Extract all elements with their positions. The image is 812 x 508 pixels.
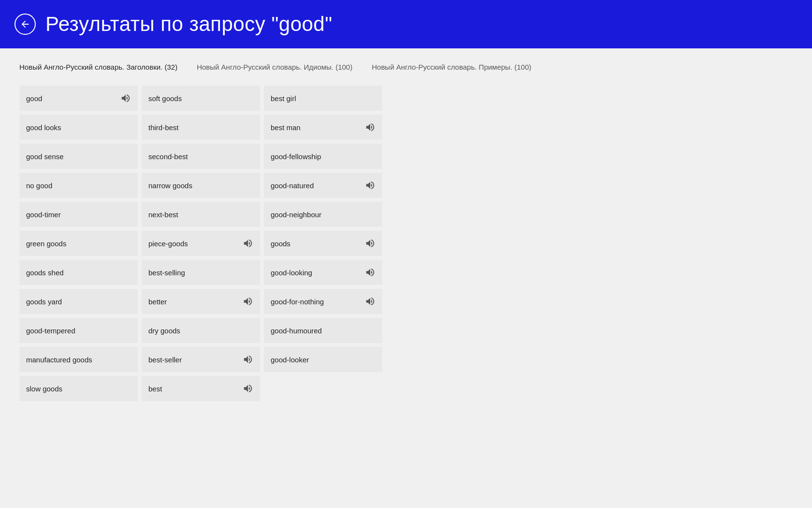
list-item[interactable]: good-timer xyxy=(19,202,138,227)
card-label: next-best xyxy=(148,210,178,219)
card-label: good-tempered xyxy=(26,327,75,335)
card-label: manufactured goods xyxy=(26,356,92,364)
speaker-icon[interactable] xyxy=(243,383,253,394)
card-label: third-best xyxy=(148,123,179,132)
speaker-icon[interactable] xyxy=(120,93,131,104)
card-label: no good xyxy=(26,181,52,190)
list-item[interactable]: third-best xyxy=(142,115,260,140)
card-label: good-neighbour xyxy=(271,210,321,219)
card-label: piece-goods xyxy=(148,239,188,248)
card-label: good looks xyxy=(26,123,61,132)
list-item[interactable]: narrow goods xyxy=(142,173,260,198)
list-item[interactable]: good-looking xyxy=(264,260,382,285)
list-item[interactable]: manufactured goods xyxy=(19,347,138,372)
card-label: best girl xyxy=(271,94,296,103)
card-label: good-looking xyxy=(271,269,312,277)
speaker-icon[interactable] xyxy=(365,238,376,249)
card-label: best-seller xyxy=(148,356,182,364)
card-label: good sense xyxy=(26,152,64,161)
list-item[interactable]: soft goods xyxy=(142,86,260,111)
list-item[interactable]: good-tempered xyxy=(19,318,138,343)
card-label: good-for-nothing xyxy=(271,298,324,306)
tab-idioms[interactable]: Новый Англо-Русский словарь. Идиомы. (10… xyxy=(197,63,352,71)
card-label: goods yard xyxy=(26,298,62,306)
tab-headings[interactable]: Новый Англо-Русский словарь. Заголовки. … xyxy=(19,63,177,71)
card-label: better xyxy=(148,298,167,306)
main-content: Новый Англо-Русский словарь. Заголовки. … xyxy=(0,48,812,420)
tab-examples[interactable]: Новый Англо-Русский словарь. Примеры. (1… xyxy=(372,63,531,71)
list-item[interactable]: best man xyxy=(264,115,382,140)
list-item[interactable]: piece-goods xyxy=(142,231,260,256)
list-item[interactable]: second-best xyxy=(142,144,260,169)
card-label: slow goods xyxy=(26,385,62,393)
speaker-icon[interactable] xyxy=(365,296,376,307)
card-label: soft goods xyxy=(148,94,182,103)
card-label: second-best xyxy=(148,152,188,161)
list-item[interactable]: next-best xyxy=(142,202,260,227)
card-label: goods xyxy=(271,239,290,248)
speaker-icon[interactable] xyxy=(365,180,376,191)
tab-bar: Новый Англо-Русский словарь. Заголовки. … xyxy=(19,58,793,76)
card-label: good-natured xyxy=(271,181,314,190)
card-label: good-fellowship xyxy=(271,152,321,161)
list-item[interactable]: good xyxy=(19,86,138,111)
card-label: good xyxy=(26,94,42,103)
speaker-icon[interactable] xyxy=(365,122,376,133)
list-item[interactable]: good-humoured xyxy=(264,318,382,343)
list-item[interactable]: best-selling xyxy=(142,260,260,285)
speaker-icon[interactable] xyxy=(243,296,253,307)
list-item[interactable]: good-natured xyxy=(264,173,382,198)
list-item[interactable]: best-seller xyxy=(142,347,260,372)
list-item[interactable]: good-neighbour xyxy=(264,202,382,227)
results-grid: good soft goodsbest girlgood looksthird-… xyxy=(19,86,793,401)
page-header: Результаты по запросу "good" xyxy=(0,0,812,48)
list-item[interactable]: good-fellowship xyxy=(264,144,382,169)
list-item[interactable]: best girl xyxy=(264,86,382,111)
card-label: best man xyxy=(271,123,301,132)
list-item[interactable]: slow goods xyxy=(19,376,138,401)
list-item[interactable]: goods xyxy=(264,231,382,256)
card-label: good-timer xyxy=(26,210,61,219)
card-label: goods shed xyxy=(26,269,64,277)
card-label: good-looker xyxy=(271,356,309,364)
list-item[interactable]: green goods xyxy=(19,231,138,256)
card-label: best-selling xyxy=(148,269,185,277)
list-item[interactable]: good-looker xyxy=(264,347,382,372)
card-label: good-humoured xyxy=(271,327,322,335)
back-button[interactable] xyxy=(14,14,36,35)
list-item[interactable]: good-for-nothing xyxy=(264,289,382,314)
speaker-icon[interactable] xyxy=(243,238,253,249)
card-label: narrow goods xyxy=(148,181,192,190)
page-title: Результаты по запросу "good" xyxy=(45,13,333,36)
card-label: dry goods xyxy=(148,327,180,335)
speaker-icon[interactable] xyxy=(243,354,253,365)
speaker-icon[interactable] xyxy=(365,267,376,278)
list-item[interactable]: no good xyxy=(19,173,138,198)
card-label: green goods xyxy=(26,239,66,248)
list-item[interactable]: best xyxy=(142,376,260,401)
list-item[interactable]: good looks xyxy=(19,115,138,140)
list-item[interactable]: goods shed xyxy=(19,260,138,285)
empty-cell xyxy=(264,376,382,401)
list-item[interactable]: good sense xyxy=(19,144,138,169)
list-item[interactable]: better xyxy=(142,289,260,314)
list-item[interactable]: goods yard xyxy=(19,289,138,314)
card-label: best xyxy=(148,385,162,393)
list-item[interactable]: dry goods xyxy=(142,318,260,343)
